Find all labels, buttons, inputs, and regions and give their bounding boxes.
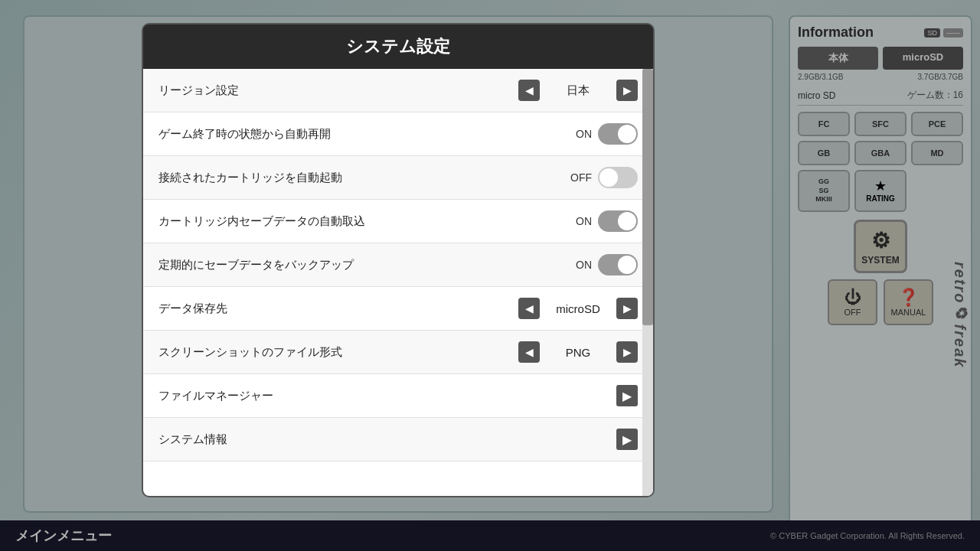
region-right-arrow[interactable]: ▶: [616, 80, 638, 101]
periodic-backup-label: 定期的にセーブデータをバックアップ: [158, 258, 569, 272]
screenshot-format-value: PNG: [547, 346, 609, 359]
periodic-backup-knob: [618, 256, 636, 274]
auto-boot-cart-control: OFF: [569, 167, 638, 188]
region-setting-row: リージョン設定 ◀ 日本 ▶: [143, 69, 653, 112]
auto-resume-toggle[interactable]: [598, 123, 638, 145]
dialog-header: システム設定: [143, 24, 653, 69]
auto-import-save-control: ON: [569, 210, 638, 232]
system-info-nav-arrow[interactable]: ▶: [616, 429, 638, 450]
screenshot-format-label: スクリーンショットのファイル形式: [158, 345, 518, 360]
auto-resume-row: ゲーム終了時の状態から自動再開 ON: [143, 112, 653, 156]
auto-import-save-state: ON: [569, 215, 592, 227]
screenshot-right-arrow[interactable]: ▶: [616, 341, 638, 363]
dialog-title: システム設定: [158, 35, 638, 58]
auto-boot-cart-label: 接続されたカートリッジを自動起動: [158, 171, 569, 185]
periodic-backup-row: 定期的にセーブデータをバックアップ ON: [143, 243, 653, 287]
screenshot-left-arrow[interactable]: ◀: [518, 341, 540, 363]
auto-resume-control: ON: [569, 123, 638, 145]
dialog-scrollbar[interactable]: [642, 69, 653, 496]
system-info-label: システム情報: [158, 432, 616, 447]
periodic-backup-control: ON: [569, 254, 638, 276]
save-destination-row: データ保存先 ◀ microSD ▶: [143, 287, 653, 331]
auto-boot-cart-row: 接続されたカートリッジを自動起動 OFF: [143, 156, 653, 200]
auto-boot-cart-toggle[interactable]: [598, 167, 638, 188]
file-manager-nav-arrow[interactable]: ▶: [616, 385, 638, 406]
region-value: 日本: [547, 83, 609, 98]
auto-resume-label: ゲーム終了時の状態から自動再開: [158, 127, 569, 142]
auto-resume-knob: [618, 125, 636, 143]
system-settings-dialog: システム設定 [FC]システムの速度測定 発売元：サイバーガジェット 発売日：2…: [142, 23, 655, 497]
region-label: リージョン設定: [158, 83, 518, 98]
auto-resume-state: ON: [569, 128, 592, 140]
auto-boot-cart-knob: [599, 168, 618, 187]
region-left-arrow[interactable]: ◀: [518, 80, 540, 101]
region-selector: ◀ 日本 ▶: [518, 80, 638, 101]
periodic-backup-state: ON: [569, 259, 592, 271]
save-destination-value: microSD: [547, 302, 609, 315]
dialog-scrollbar-thumb: [642, 69, 653, 325]
save-destination-label: データ保存先: [158, 302, 518, 316]
dialog-settings-list: リージョン設定 ◀ 日本 ▶ ゲーム終了時の状態から自動再開 ON 接続されたカ…: [143, 69, 653, 496]
file-manager-label: ファイルマネージャー: [158, 389, 616, 403]
auto-import-save-label: カートリッジ内セーブデータの自動取込: [158, 214, 569, 229]
auto-import-save-row: カートリッジ内セーブデータの自動取込 ON: [143, 200, 653, 243]
screenshot-format-row: スクリーンショットのファイル形式 ◀ PNG ▶: [143, 331, 653, 374]
auto-boot-cart-state: OFF: [569, 171, 592, 184]
file-manager-row[interactable]: ファイルマネージャー ▶: [143, 374, 653, 418]
auto-import-save-toggle[interactable]: [598, 210, 638, 232]
auto-import-save-knob: [618, 212, 636, 230]
system-info-row[interactable]: システム情報 ▶: [143, 418, 653, 461]
save-destination-selector: ◀ microSD ▶: [518, 298, 638, 319]
save-dest-right-arrow[interactable]: ▶: [616, 298, 638, 319]
screenshot-format-selector: ◀ PNG ▶: [518, 341, 638, 363]
save-dest-left-arrow[interactable]: ◀: [518, 298, 540, 319]
periodic-backup-toggle[interactable]: [598, 254, 638, 276]
